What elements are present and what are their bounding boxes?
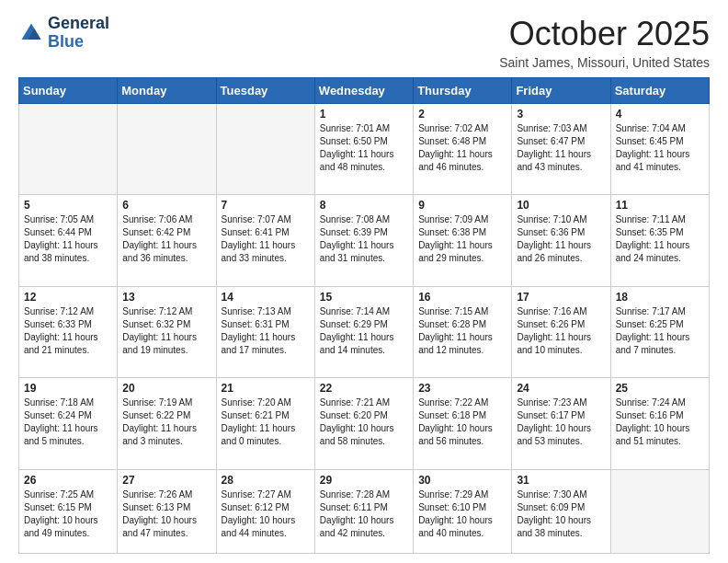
table-row: 31Sunrise: 7:30 AM Sunset: 6:09 PM Dayli… bbox=[512, 469, 610, 554]
day-info: Sunrise: 7:28 AM Sunset: 6:11 PM Dayligh… bbox=[320, 488, 408, 540]
day-number: 5 bbox=[24, 199, 112, 212]
day-info: Sunrise: 7:20 AM Sunset: 6:21 PM Dayligh… bbox=[222, 396, 310, 448]
calendar-week-row: 12Sunrise: 7:12 AM Sunset: 6:33 PM Dayli… bbox=[19, 286, 710, 377]
day-number: 24 bbox=[517, 382, 605, 395]
table-row: 23Sunrise: 7:22 AM Sunset: 6:18 PM Dayli… bbox=[414, 378, 512, 469]
day-info: Sunrise: 7:02 AM Sunset: 6:48 PM Dayligh… bbox=[418, 122, 506, 174]
table-row: 8Sunrise: 7:08 AM Sunset: 6:39 PM Daylig… bbox=[314, 195, 413, 286]
table-row: 13Sunrise: 7:12 AM Sunset: 6:32 PM Dayli… bbox=[118, 286, 216, 377]
day-number: 6 bbox=[122, 199, 210, 212]
day-number: 23 bbox=[418, 382, 506, 395]
day-number: 4 bbox=[616, 108, 704, 121]
table-row: 24Sunrise: 7:23 AM Sunset: 6:17 PM Dayli… bbox=[512, 378, 610, 469]
day-number: 15 bbox=[320, 291, 408, 304]
table-row: 10Sunrise: 7:10 AM Sunset: 6:36 PM Dayli… bbox=[512, 195, 610, 286]
day-info: Sunrise: 7:27 AM Sunset: 6:12 PM Dayligh… bbox=[222, 488, 310, 540]
day-number: 3 bbox=[517, 108, 605, 121]
logo-icon bbox=[18, 20, 44, 46]
day-number: 10 bbox=[517, 199, 605, 212]
day-info: Sunrise: 7:04 AM Sunset: 6:45 PM Dayligh… bbox=[616, 122, 704, 174]
table-row: 29Sunrise: 7:28 AM Sunset: 6:11 PM Dayli… bbox=[314, 469, 413, 554]
table-row: 17Sunrise: 7:16 AM Sunset: 6:26 PM Dayli… bbox=[512, 286, 610, 377]
day-info: Sunrise: 7:01 AM Sunset: 6:50 PM Dayligh… bbox=[320, 122, 408, 174]
day-info: Sunrise: 7:25 AM Sunset: 6:15 PM Dayligh… bbox=[24, 488, 112, 540]
table-row: 16Sunrise: 7:15 AM Sunset: 6:28 PM Dayli… bbox=[414, 286, 512, 377]
day-number: 1 bbox=[320, 108, 408, 121]
logo-line2: Blue bbox=[48, 33, 109, 52]
day-info: Sunrise: 7:18 AM Sunset: 6:24 PM Dayligh… bbox=[24, 396, 112, 448]
day-number: 12 bbox=[24, 291, 112, 304]
calendar-week-row: 1Sunrise: 7:01 AM Sunset: 6:50 PM Daylig… bbox=[19, 104, 710, 195]
day-number: 22 bbox=[320, 382, 408, 395]
logo-text: General Blue bbox=[48, 15, 109, 52]
calendar-week-row: 19Sunrise: 7:18 AM Sunset: 6:24 PM Dayli… bbox=[19, 378, 710, 469]
table-row: 25Sunrise: 7:24 AM Sunset: 6:16 PM Dayli… bbox=[610, 378, 709, 469]
day-info: Sunrise: 7:12 AM Sunset: 6:33 PM Dayligh… bbox=[24, 305, 112, 357]
day-number: 18 bbox=[616, 291, 704, 304]
day-number: 7 bbox=[222, 199, 310, 212]
col-friday: Friday bbox=[512, 78, 610, 104]
day-number: 8 bbox=[320, 199, 408, 212]
col-monday: Monday bbox=[118, 78, 216, 104]
day-info: Sunrise: 7:29 AM Sunset: 6:10 PM Dayligh… bbox=[418, 488, 506, 540]
day-number: 31 bbox=[517, 474, 605, 487]
table-row: 4Sunrise: 7:04 AM Sunset: 6:45 PM Daylig… bbox=[610, 104, 709, 195]
day-number: 9 bbox=[418, 199, 506, 212]
table-row bbox=[19, 104, 118, 195]
table-row: 7Sunrise: 7:07 AM Sunset: 6:41 PM Daylig… bbox=[216, 195, 314, 286]
day-number: 27 bbox=[122, 474, 210, 487]
table-row: 3Sunrise: 7:03 AM Sunset: 6:47 PM Daylig… bbox=[512, 104, 610, 195]
calendar-header-row: Sunday Monday Tuesday Wednesday Thursday… bbox=[19, 78, 710, 104]
col-saturday: Saturday bbox=[610, 78, 709, 104]
table-row: 19Sunrise: 7:18 AM Sunset: 6:24 PM Dayli… bbox=[19, 378, 118, 469]
day-info: Sunrise: 7:08 AM Sunset: 6:39 PM Dayligh… bbox=[320, 213, 408, 265]
table-row: 2Sunrise: 7:02 AM Sunset: 6:48 PM Daylig… bbox=[414, 104, 512, 195]
col-wednesday: Wednesday bbox=[314, 78, 413, 104]
table-row: 28Sunrise: 7:27 AM Sunset: 6:12 PM Dayli… bbox=[216, 469, 314, 554]
table-row bbox=[610, 469, 709, 554]
day-number: 17 bbox=[517, 291, 605, 304]
calendar-week-row: 5Sunrise: 7:05 AM Sunset: 6:44 PM Daylig… bbox=[19, 195, 710, 286]
day-number: 20 bbox=[122, 382, 210, 395]
day-info: Sunrise: 7:05 AM Sunset: 6:44 PM Dayligh… bbox=[24, 213, 112, 265]
day-info: Sunrise: 7:19 AM Sunset: 6:22 PM Dayligh… bbox=[122, 396, 210, 448]
day-info: Sunrise: 7:06 AM Sunset: 6:42 PM Dayligh… bbox=[122, 213, 210, 265]
calendar-week-row: 26Sunrise: 7:25 AM Sunset: 6:15 PM Dayli… bbox=[19, 469, 710, 554]
table-row: 14Sunrise: 7:13 AM Sunset: 6:31 PM Dayli… bbox=[216, 286, 314, 377]
day-number: 19 bbox=[24, 382, 112, 395]
day-info: Sunrise: 7:23 AM Sunset: 6:17 PM Dayligh… bbox=[517, 396, 605, 448]
table-row: 30Sunrise: 7:29 AM Sunset: 6:10 PM Dayli… bbox=[414, 469, 512, 554]
day-number: 11 bbox=[616, 199, 704, 212]
table-row: 1Sunrise: 7:01 AM Sunset: 6:50 PM Daylig… bbox=[314, 104, 413, 195]
col-sunday: Sunday bbox=[19, 78, 118, 104]
table-row: 11Sunrise: 7:11 AM Sunset: 6:35 PM Dayli… bbox=[610, 195, 709, 286]
table-row bbox=[118, 104, 216, 195]
day-info: Sunrise: 7:14 AM Sunset: 6:29 PM Dayligh… bbox=[320, 305, 408, 357]
table-row: 18Sunrise: 7:17 AM Sunset: 6:25 PM Dayli… bbox=[610, 286, 709, 377]
table-row: 20Sunrise: 7:19 AM Sunset: 6:22 PM Dayli… bbox=[118, 378, 216, 469]
table-row bbox=[216, 104, 314, 195]
day-info: Sunrise: 7:17 AM Sunset: 6:25 PM Dayligh… bbox=[616, 305, 704, 357]
table-row: 15Sunrise: 7:14 AM Sunset: 6:29 PM Dayli… bbox=[314, 286, 413, 377]
day-info: Sunrise: 7:12 AM Sunset: 6:32 PM Dayligh… bbox=[122, 305, 210, 357]
table-row: 27Sunrise: 7:26 AM Sunset: 6:13 PM Dayli… bbox=[118, 469, 216, 554]
day-number: 16 bbox=[418, 291, 506, 304]
day-number: 26 bbox=[24, 474, 112, 487]
day-number: 21 bbox=[222, 382, 310, 395]
day-info: Sunrise: 7:21 AM Sunset: 6:20 PM Dayligh… bbox=[320, 396, 408, 448]
day-number: 28 bbox=[222, 474, 310, 487]
logo-line1: General bbox=[48, 15, 109, 33]
table-row: 9Sunrise: 7:09 AM Sunset: 6:38 PM Daylig… bbox=[414, 195, 512, 286]
header: General Blue October 2025 Saint James, M… bbox=[18, 15, 710, 70]
title-block: October 2025 Saint James, Missouri, Unit… bbox=[499, 15, 710, 70]
day-info: Sunrise: 7:24 AM Sunset: 6:16 PM Dayligh… bbox=[616, 396, 704, 448]
day-info: Sunrise: 7:11 AM Sunset: 6:35 PM Dayligh… bbox=[616, 213, 704, 265]
page: General Blue October 2025 Saint James, M… bbox=[0, 0, 728, 563]
day-number: 25 bbox=[616, 382, 704, 395]
day-info: Sunrise: 7:30 AM Sunset: 6:09 PM Dayligh… bbox=[517, 488, 605, 540]
table-row: 12Sunrise: 7:12 AM Sunset: 6:33 PM Dayli… bbox=[19, 286, 118, 377]
day-info: Sunrise: 7:09 AM Sunset: 6:38 PM Dayligh… bbox=[418, 213, 506, 265]
day-info: Sunrise: 7:16 AM Sunset: 6:26 PM Dayligh… bbox=[517, 305, 605, 357]
day-info: Sunrise: 7:10 AM Sunset: 6:36 PM Dayligh… bbox=[517, 213, 605, 265]
month-title: October 2025 bbox=[499, 15, 710, 53]
